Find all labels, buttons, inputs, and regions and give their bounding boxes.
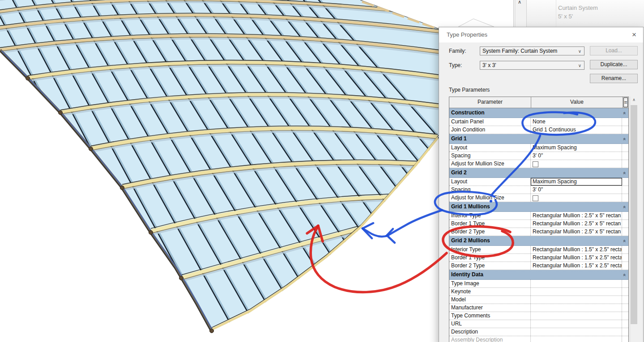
- parameter-value-cell[interactable]: [531, 288, 622, 296]
- parameter-value-cell[interactable]: Maximum Spacing: [531, 178, 622, 186]
- parameter-value-cell[interactable]: [531, 304, 622, 312]
- parameter-value-cell[interactable]: 3' 0": [531, 152, 622, 160]
- formula-cell: [622, 296, 628, 304]
- parameter-value-cell[interactable]: [531, 320, 622, 328]
- section-row[interactable]: Grid 2«: [449, 168, 628, 178]
- section-label: Grid 2: [449, 168, 620, 177]
- parameter-value-cell[interactable]: 3' 0": [531, 186, 622, 194]
- formula-cell: [622, 118, 628, 126]
- parameter-name-cell: Keynote: [449, 288, 531, 296]
- formula-cell: [622, 288, 628, 296]
- parameter-name-cell: Spacing: [449, 186, 531, 194]
- parameter-value-cell[interactable]: [531, 194, 622, 202]
- collapse-chevron-icon[interactable]: «: [620, 203, 629, 211]
- checkbox[interactable]: [533, 161, 538, 167]
- properties-collapse-strip[interactable]: ∧: [516, 0, 527, 28]
- section-label: Identity Data: [449, 270, 620, 279]
- value-column-header[interactable]: Value: [531, 97, 623, 108]
- flyout-arrow-shape: [457, 18, 495, 27]
- family-label: Family:: [449, 48, 466, 54]
- section-label: Grid 2 Mullions: [449, 236, 620, 245]
- formula-cell: [622, 152, 628, 160]
- parameter-value-cell[interactable]: Rectangular Mullion : 1.5" x 2.5" recta: [531, 246, 622, 253]
- chevron-down-icon[interactable]: ∨: [578, 62, 581, 70]
- parameter-name-cell: Manufacturer: [449, 304, 531, 312]
- load-button[interactable]: Load...: [590, 46, 638, 55]
- parameter-value-cell[interactable]: [531, 312, 622, 320]
- section-row[interactable]: Grid 2 Mullions«: [449, 236, 628, 246]
- parameter-name-cell: Type Image: [449, 280, 531, 287]
- parameter-value-cell[interactable]: [531, 328, 622, 336]
- chevron-down-icon[interactable]: ∨: [578, 47, 581, 55]
- panel-splitter[interactable]: [513, 0, 514, 28]
- formula-cell: [622, 320, 628, 328]
- parameter-name-cell: Model: [449, 296, 531, 304]
- param-row: Border 2 TypeRectangular Mullion : 2.5" …: [449, 228, 628, 236]
- section-row[interactable]: Construction«: [449, 108, 628, 118]
- parameter-column-header[interactable]: Parameter: [449, 97, 531, 108]
- parameter-value-cell[interactable]: Grid 1 Continuous: [531, 126, 622, 134]
- close-icon[interactable]: ×: [629, 30, 640, 40]
- parameter-name-cell: Border 2 Type: [449, 262, 531, 270]
- param-row: Join ConditionGrid 1 Continuous: [449, 126, 628, 134]
- section-label: Construction: [449, 108, 620, 118]
- section-row[interactable]: Grid 1 Mullions«: [449, 202, 628, 212]
- scrollbar-thumb[interactable]: [631, 105, 637, 324]
- param-row: Spacing3' 0": [449, 152, 628, 160]
- formula-cell: [622, 328, 628, 336]
- parameter-value-cell[interactable]: Rectangular Mullion : 2.5" x 5" rectan: [531, 220, 622, 228]
- scroll-up-icon[interactable]: ∧: [630, 97, 638, 104]
- formula-cell: [622, 312, 628, 320]
- param-row: Curtain PanelNone: [449, 118, 628, 126]
- parameter-name-cell: Spacing: [449, 152, 531, 160]
- parameter-name-cell: Adjust for Mullion Size: [449, 194, 531, 202]
- parameter-value-cell[interactable]: [531, 296, 622, 304]
- param-row: Manufacturer: [449, 304, 628, 312]
- section-row[interactable]: Grid 1«: [449, 134, 628, 144]
- collapse-chevron-icon[interactable]: «: [620, 271, 629, 279]
- rename-button[interactable]: Rename...: [590, 74, 638, 83]
- parameter-name-cell: Border 1 Type: [449, 220, 531, 228]
- parameter-value-cell[interactable]: [531, 160, 622, 168]
- parameter-name-cell: Join Condition: [449, 126, 531, 134]
- dialog-titlebar[interactable]: Type Properties ×: [439, 27, 643, 42]
- collapse-chevron-icon[interactable]: «: [620, 237, 629, 245]
- parameter-value-cell[interactable]: Rectangular Mullion : 1.5" x 2.5" recta: [531, 262, 622, 270]
- parameter-name-cell: Border 2 Type: [449, 228, 531, 236]
- param-row: Adjust for Mullion Size: [449, 194, 628, 202]
- section-row[interactable]: Identity Data«: [449, 270, 628, 280]
- parameter-value-cell[interactable]: [531, 336, 622, 342]
- revit-window: ∧ Curtain System 5' x 5' Type Properties…: [0, 0, 644, 342]
- collapse-chevron-icon[interactable]: «: [620, 169, 629, 177]
- formula-cell: [622, 194, 628, 202]
- param-row: Border 1 TypeRectangular Mullion : 1.5" …: [449, 254, 628, 262]
- table-scrollbar[interactable]: ∧: [630, 97, 638, 342]
- type-combobox[interactable]: 3' x 3' ∨: [480, 61, 584, 70]
- checkbox[interactable]: [533, 195, 538, 201]
- parameter-name-cell: Layout: [449, 144, 531, 152]
- parameter-value-cell[interactable]: [531, 280, 622, 287]
- formula-cell: [622, 262, 628, 270]
- collapse-chevron-icon[interactable]: «: [620, 109, 629, 117]
- collapse-chevron-icon[interactable]: «: [620, 135, 629, 143]
- parameter-value-cell[interactable]: Rectangular Mullion : 1.5" x 2.5" recta: [531, 254, 622, 262]
- param-row: Interior TypeRectangular Mullion : 1.5" …: [449, 246, 628, 254]
- parameter-value-cell[interactable]: None: [531, 118, 622, 126]
- parameter-name-cell: Interior Type: [449, 212, 531, 220]
- parameter-name-cell: Interior Type: [449, 246, 531, 253]
- section-label: Grid 1: [449, 134, 620, 144]
- formula-cell: [622, 212, 628, 220]
- formula-cell: [622, 186, 628, 194]
- parameter-value-cell[interactable]: Maximum Spacing: [531, 144, 622, 152]
- collapse-arrow-icon[interactable]: ∧: [518, 0, 521, 5]
- param-row: Type Image: [449, 280, 628, 288]
- duplicate-button[interactable]: Duplicate...: [590, 60, 638, 69]
- table-rows: Construction«Curtain PanelNoneJoin Condi…: [449, 108, 628, 342]
- param-row: Border 2 TypeRectangular Mullion : 1.5" …: [449, 262, 628, 270]
- parameter-value-cell[interactable]: Rectangular Mullion : 2.5" x 5" rectan: [531, 212, 622, 220]
- param-row: Spacing3' 0": [449, 186, 628, 194]
- family-combobox[interactable]: System Family: Curtain System ∨: [480, 46, 584, 55]
- type-combobox-value: 3' x 3': [482, 62, 496, 68]
- parameter-value-cell[interactable]: Rectangular Mullion : 2.5" x 5" rectan: [531, 228, 622, 236]
- section-label: Grid 1 Mullions: [449, 202, 620, 211]
